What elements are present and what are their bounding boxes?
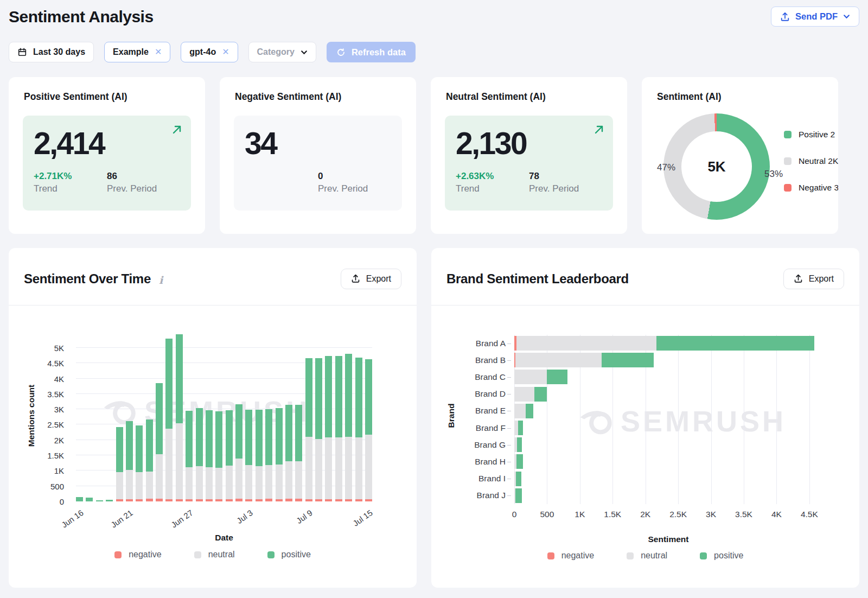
bar-segment-negative — [215, 499, 222, 501]
chart-header: Sentiment Over Time i Export — [9, 248, 417, 306]
stacked-bar-Jul 7[interactable] — [285, 329, 292, 501]
stacked-bar-Jun 27[interactable] — [186, 329, 193, 501]
sentiment-dashboard: Sentiment Analysis Send PDF Last 30 days — [0, 0, 868, 598]
bar-segment-positive — [345, 354, 352, 437]
brand-leaderboard-card: Brand Sentiment Leaderboard Export Brand — [431, 248, 859, 588]
legend-item-neutral[interactable]: neutral — [194, 550, 235, 559]
top-bar: Sentiment Analysis Send PDF — [0, 0, 868, 27]
kpi-prev-value: 0 — [318, 171, 391, 182]
donut-legend-item[interactable]: Negative 3 — [784, 183, 838, 193]
date-range-filter[interactable]: Last 30 days — [9, 42, 94, 62]
bar-segment-neutral — [196, 466, 203, 499]
bar-segment-neutral — [265, 465, 272, 499]
leaderboard-row-Brand I[interactable]: Brand I — [514, 472, 822, 486]
bar-segment-negative — [136, 499, 143, 501]
chart-title: Brand Sentiment Leaderboard — [446, 271, 629, 287]
brand-label: Brand D — [475, 389, 506, 399]
stacked-bar-Jul 5[interactable] — [265, 329, 272, 501]
y-tick-label: 500 — [50, 481, 64, 491]
leaderboard-row-Brand D[interactable]: Brand D — [514, 387, 822, 402]
x-tick-label: 2K — [640, 510, 650, 519]
donut-center-value: 5K — [663, 113, 770, 220]
stacked-bar-Jun 21[interactable] — [126, 329, 133, 501]
legend-marker-icon — [194, 551, 201, 558]
stacked-bar-Jun 29[interactable] — [206, 329, 213, 501]
stacked-bar-Jul 15[interactable] — [365, 329, 372, 501]
leaderboard-row-Brand J[interactable]: Brand J — [514, 488, 822, 503]
bar-segment-neutral — [245, 465, 252, 499]
bar-segment-neutral — [514, 404, 526, 418]
stacked-bar-Jul 8[interactable] — [295, 329, 302, 501]
stacked-bar-Jun 19[interactable] — [106, 329, 113, 501]
stacked-bar-Jul 6[interactable] — [276, 329, 283, 501]
stacked-bar-Jun 18[interactable] — [96, 329, 103, 501]
x-tick-label: Jun 16 — [60, 508, 85, 530]
bar-segment-neutral — [514, 387, 534, 402]
close-icon[interactable]: ✕ — [222, 48, 229, 56]
stacked-bar-Jul 3[interactable] — [245, 329, 252, 501]
bar-segment-positive — [656, 336, 815, 351]
legend-item-neutral[interactable]: neutral — [627, 551, 667, 561]
refresh-data-button[interactable]: Refresh data — [327, 42, 416, 62]
bar-segment-positive — [156, 383, 163, 454]
bar-segment-neutral — [516, 336, 656, 351]
stacked-bar-Jun 25[interactable] — [165, 329, 173, 501]
stacked-bar-Jul 1[interactable] — [226, 329, 233, 501]
stacked-bar-Jun 24[interactable] — [156, 329, 163, 501]
stacked-bar-Jun 30[interactable] — [215, 329, 222, 501]
leaderboard-row-Brand G[interactable]: Brand G — [514, 437, 822, 452]
kpi-prev-label: Prev. Period — [318, 183, 391, 194]
category-filter-dropdown[interactable]: Category — [248, 42, 316, 62]
leaderboard-row-Brand H[interactable]: Brand H — [514, 454, 822, 469]
stacked-bar-Jul 14[interactable] — [355, 329, 362, 501]
y-tick-label: 3K — [54, 405, 64, 414]
stacked-bar-Jul 12[interactable] — [335, 329, 342, 501]
legend-item-positive[interactable]: positive — [700, 551, 743, 561]
stacked-bar-Jun 16[interactable] — [76, 329, 83, 501]
legend-item-negative[interactable]: negative — [547, 551, 595, 561]
legend-item-negative[interactable]: negative — [114, 550, 162, 559]
stacked-bar-Jul 9[interactable] — [305, 329, 312, 501]
refresh-label: Refresh data — [352, 47, 406, 58]
leaderboard-row-Brand A[interactable]: Brand A — [514, 336, 822, 351]
filter-chip-example[interactable]: Example ✕ — [104, 42, 170, 62]
info-icon[interactable]: i — [159, 274, 163, 286]
donut-neutral-pct: 47% — [657, 162, 675, 173]
stacked-bar-Jun 26[interactable] — [176, 329, 183, 501]
filter-chip-gpt-4o[interactable]: gpt-4o ✕ — [181, 42, 238, 62]
leaderboard-row-Brand E[interactable]: Brand E — [514, 404, 822, 418]
bar-segment-positive — [235, 404, 242, 459]
stacked-bar-Jul 13[interactable] — [345, 329, 352, 501]
stacked-bar-Jun 22[interactable] — [136, 329, 143, 501]
donut-legend-item[interactable]: Neutral 2K — [784, 156, 838, 166]
bar-segment-negative — [295, 499, 302, 501]
stacked-bar-Jun 28[interactable] — [196, 329, 203, 501]
close-icon[interactable]: ✕ — [155, 48, 162, 56]
export-button[interactable]: Export — [341, 269, 401, 289]
kpi-card-positive: Positive Sentiment (AI) 2,414 +2.71K% Tr… — [9, 77, 205, 234]
legend-marker-icon — [700, 552, 707, 559]
bar-segment-positive — [106, 500, 113, 501]
brand-label: Brand C — [475, 372, 506, 382]
kpi-metric-box: 34 0 Prev. Period — [234, 116, 402, 211]
export-label: Export — [809, 274, 834, 284]
stacked-bar-Jul 4[interactable] — [256, 329, 263, 501]
legend-item-positive[interactable]: positive — [267, 550, 311, 559]
bar-segment-positive — [365, 359, 372, 435]
stacked-bar-Jun 17[interactable] — [86, 329, 93, 501]
kpi-metric-box: 2,130 +2.63K% Trend 78 Prev. Period — [445, 116, 613, 211]
stacked-bar-Jun 23[interactable] — [146, 329, 153, 501]
donut-legend-item[interactable]: Positive 2 — [784, 130, 838, 139]
leaderboard-row-Brand C[interactable]: Brand C — [514, 370, 822, 384]
stacked-bar-Jul 11[interactable] — [325, 329, 332, 501]
stacked-bar-Jul 10[interactable] — [315, 329, 322, 501]
stacked-bar-Jul 2[interactable] — [235, 329, 242, 501]
export-button[interactable]: Export — [783, 269, 844, 289]
leaderboard-row-Brand F[interactable]: Brand F — [514, 421, 822, 435]
bar-segment-neutral — [156, 454, 163, 499]
leaderboard-row-Brand B[interactable]: Brand B — [514, 353, 822, 367]
x-tick-label: Jul 3 — [235, 508, 254, 525]
stacked-bar-Jun 20[interactable] — [116, 329, 123, 501]
send-pdf-button[interactable]: Send PDF — [771, 7, 859, 27]
kpi-value: 2,130 — [456, 128, 602, 160]
